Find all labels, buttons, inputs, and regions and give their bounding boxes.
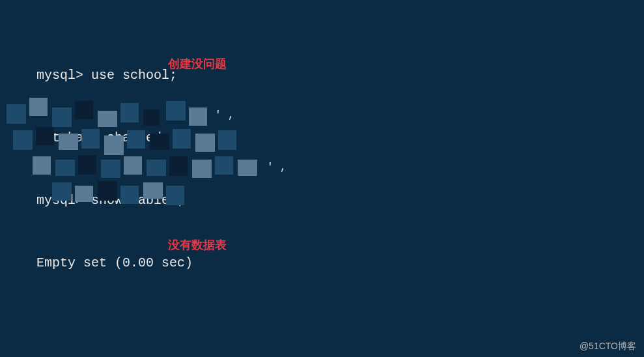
terminal-line: Empty set (0.00 sec) 没有数据表 bbox=[5, 232, 639, 253]
redacted-area: ' , ' , bbox=[7, 98, 326, 208]
annotation-label: 没有数据表 bbox=[168, 235, 227, 255]
watermark-label: @51CTO博客 bbox=[580, 339, 636, 353]
annotation-label: 创建没问题 bbox=[168, 53, 227, 74]
output-text: Empty set (0.00 sec) bbox=[36, 255, 193, 270]
command-text: use school; bbox=[91, 68, 177, 83]
terminal-line: mysql> use school; 创建没问题 bbox=[5, 44, 639, 65]
mysql-prompt: mysql> bbox=[36, 68, 91, 83]
terminal-output: mysql> use school; 创建没问题 Database change… bbox=[0, 0, 644, 357]
